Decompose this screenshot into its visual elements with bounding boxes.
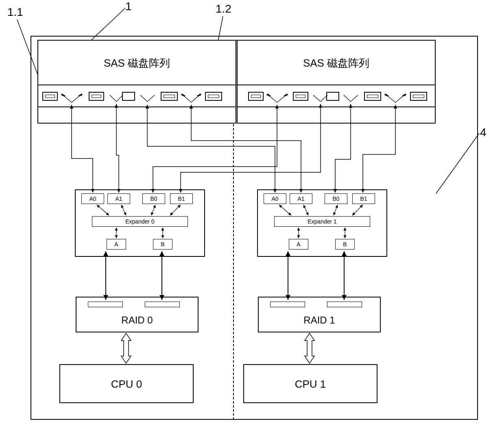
raid-left: RAID 0 <box>76 297 199 332</box>
svg-marker-7 <box>197 93 201 97</box>
exp-r-b1: B1 <box>352 193 375 204</box>
svg-marker-11 <box>402 93 406 97</box>
cpu-right-label: CPU 1 <box>244 378 377 391</box>
exp-r-a1: A1 <box>290 193 312 204</box>
raid-l-port2 <box>145 302 180 307</box>
exp-l-a1: A1 <box>107 193 130 204</box>
exp-r-a: A <box>289 239 308 250</box>
raid-r-port1 <box>270 302 305 307</box>
cpu-right: CPU 1 <box>243 364 377 403</box>
expander-right-name: Expander 1 <box>274 216 370 227</box>
svg-marker-5 <box>79 93 83 97</box>
raid-left-label: RAID 0 <box>76 315 198 326</box>
svg-marker-9 <box>284 93 288 97</box>
svg-marker-4 <box>61 93 65 97</box>
cpu-left-label: CPU 0 <box>60 378 193 391</box>
center-divider <box>233 124 234 420</box>
cpu-left: CPU 0 <box>59 364 194 403</box>
exp-r-b0: B0 <box>325 193 347 204</box>
svg-marker-6 <box>181 93 185 97</box>
expander-left-name: Expander 0 <box>92 216 188 227</box>
exp-r-b: B <box>335 239 355 250</box>
exp-l-b: B <box>153 239 172 250</box>
port-join-arrows <box>0 0 504 130</box>
svg-marker-8 <box>266 93 271 97</box>
svg-marker-10 <box>384 93 388 97</box>
exp-l-a0: A0 <box>81 193 104 204</box>
exp-l-b1: B1 <box>170 193 193 204</box>
exp-l-b0: B0 <box>142 193 165 204</box>
raid-right: RAID 1 <box>258 297 381 332</box>
raid-r-port2 <box>327 302 362 307</box>
exp-r-a0: A0 <box>264 193 286 204</box>
raid-right-label: RAID 1 <box>259 315 380 326</box>
raid-l-port1 <box>88 302 123 307</box>
exp-l-a: A <box>107 239 126 250</box>
